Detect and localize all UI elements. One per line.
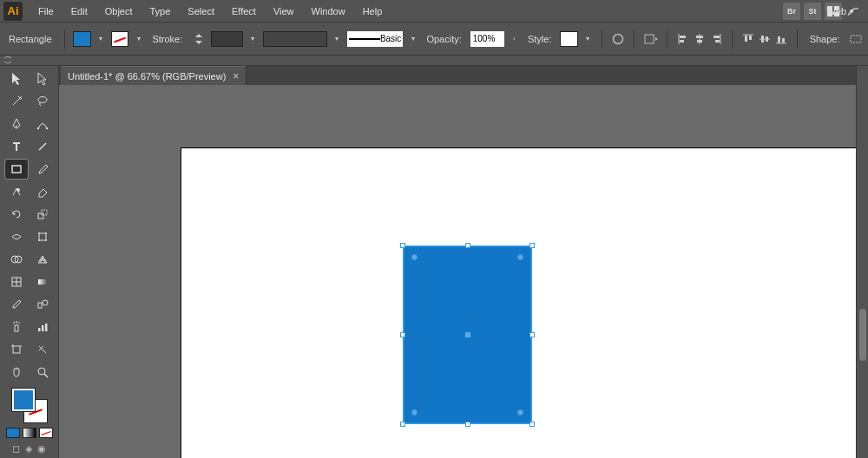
fill-stroke-control[interactable]	[12, 389, 47, 422]
color-mode-gradient[interactable]	[23, 428, 36, 438]
paintbrush-tool[interactable]	[31, 160, 54, 179]
graphic-style-swatch[interactable]	[560, 31, 577, 47]
svg-rect-24	[851, 36, 861, 43]
fill-swatch[interactable]	[73, 31, 90, 47]
svg-point-36	[38, 239, 40, 241]
draw-normal-icon[interactable]: ◻	[12, 443, 20, 455]
selection-handle[interactable]	[465, 243, 470, 248]
graphic-style-dropdown[interactable]: ▾	[583, 31, 593, 47]
lasso-tool[interactable]	[31, 92, 54, 111]
menu-type[interactable]: Type	[141, 0, 180, 23]
stroke-weight-dropdown[interactable]: ▾	[248, 31, 258, 47]
rotate-tool[interactable]	[5, 205, 28, 224]
vertical-scrollbar-thumb[interactable]	[859, 309, 866, 361]
align-hcenter-icon[interactable]	[693, 32, 707, 46]
align-left-icon[interactable]	[676, 32, 690, 46]
svg-rect-33	[39, 233, 46, 240]
direct-selection-tool[interactable]	[31, 69, 54, 88]
symbol-sprayer-tool[interactable]	[5, 317, 28, 337]
menu-select[interactable]: Select	[179, 0, 223, 23]
opacity-input[interactable]: 100%	[470, 31, 504, 47]
width-tool[interactable]	[5, 227, 28, 246]
type-tool[interactable]	[5, 137, 28, 156]
mesh-tool[interactable]	[5, 272, 28, 291]
selection-handle[interactable]	[400, 422, 405, 427]
stroke-weight-input[interactable]	[211, 31, 243, 47]
menu-view[interactable]: View	[265, 0, 303, 23]
artboard-tool[interactable]	[5, 340, 28, 359]
line-segment-tool[interactable]	[31, 137, 54, 156]
stock-icon[interactable]: St	[804, 3, 821, 20]
curvature-tool[interactable]	[31, 114, 54, 134]
hand-tool[interactable]	[5, 363, 28, 382]
shape-builder-tool[interactable]	[5, 250, 28, 269]
opacity-dropdown[interactable]: ›	[510, 31, 519, 47]
document-tab-title: Untitled-1* @ 66.67% (RGB/Preview)	[68, 71, 226, 82]
bridge-icon[interactable]: Br	[783, 3, 800, 20]
brush-definition-dropdown[interactable]: ▾	[408, 31, 418, 47]
fill-color-box[interactable]	[12, 389, 35, 411]
stroke-weight-stepper[interactable]	[191, 31, 206, 47]
stroke-dropdown[interactable]: ▾	[134, 31, 143, 47]
live-corner-widget[interactable]	[517, 254, 523, 260]
selection-tool[interactable]	[5, 69, 28, 88]
menu-window[interactable]: Window	[303, 0, 354, 23]
align-top-icon[interactable]	[741, 32, 755, 46]
variable-width-profile[interactable]	[263, 31, 327, 47]
shaper-tool[interactable]	[5, 182, 28, 201]
eraser-tool[interactable]	[31, 182, 54, 201]
selection-handle[interactable]	[465, 422, 470, 427]
menu-object[interactable]: Object	[96, 0, 141, 23]
color-mode-row	[6, 428, 53, 438]
zoom-tool[interactable]	[31, 363, 54, 382]
shape-properties-icon[interactable]	[849, 31, 864, 47]
align-vcenter-icon[interactable]	[758, 32, 772, 46]
blend-tool[interactable]	[31, 295, 54, 314]
column-graph-tool[interactable]	[31, 317, 54, 337]
brush-definition-label: Basic	[380, 34, 401, 43]
align-right-icon[interactable]	[709, 32, 723, 46]
align-bottom-icon[interactable]	[774, 32, 788, 46]
draw-behind-icon[interactable]: ◈	[25, 443, 32, 455]
dock-grip-icon[interactable]	[3, 56, 12, 64]
document-tab[interactable]: Untitled-1* @ 66.67% (RGB/Preview) ×	[61, 66, 247, 85]
variable-width-dropdown[interactable]: ▾	[332, 31, 342, 47]
svg-point-4	[614, 34, 623, 43]
draw-inside-icon[interactable]: ◉	[37, 443, 46, 455]
fill-dropdown[interactable]: ▾	[96, 31, 106, 47]
rectangle-tool[interactable]	[5, 160, 28, 179]
live-corner-widget[interactable]	[517, 409, 523, 415]
menu-edit[interactable]: Edit	[62, 0, 96, 23]
selection-handle[interactable]	[529, 332, 535, 337]
svg-point-37	[45, 239, 47, 241]
menu-file[interactable]: File	[30, 0, 62, 23]
menu-help[interactable]: Help	[354, 0, 391, 23]
color-mode-none[interactable]	[39, 428, 53, 438]
svg-point-26	[36, 128, 38, 129]
selection-handle[interactable]	[400, 243, 405, 248]
close-icon[interactable]: ×	[233, 70, 239, 82]
stroke-swatch[interactable]	[111, 31, 128, 47]
perspective-grid-tool[interactable]	[31, 250, 54, 269]
selection-handle[interactable]	[529, 422, 535, 427]
menu-effect[interactable]: Effect	[223, 0, 265, 23]
recolor-artwork-icon[interactable]	[611, 31, 626, 47]
color-mode-solid[interactable]	[6, 428, 20, 438]
align-to-icon[interactable]	[643, 31, 658, 47]
canvas[interactable]	[59, 85, 856, 458]
slice-tool[interactable]	[31, 340, 54, 359]
selection-handle[interactable]	[529, 243, 535, 248]
live-corner-widget[interactable]	[411, 409, 418, 415]
workspace-switcher[interactable]: Web ▾	[820, 0, 861, 23]
magic-wand-tool[interactable]	[5, 92, 28, 111]
scale-tool[interactable]	[31, 205, 54, 224]
free-transform-tool[interactable]	[31, 227, 54, 246]
pen-tool[interactable]	[5, 114, 28, 134]
eyedropper-tool[interactable]	[5, 295, 28, 314]
brush-definition[interactable]: Basic	[347, 31, 404, 47]
workspace-label: Web	[827, 6, 846, 16]
selection-handle[interactable]	[400, 332, 405, 337]
chevron-down-icon: ▾	[850, 7, 854, 16]
gradient-tool[interactable]	[31, 272, 54, 291]
live-corner-widget[interactable]	[411, 254, 418, 260]
